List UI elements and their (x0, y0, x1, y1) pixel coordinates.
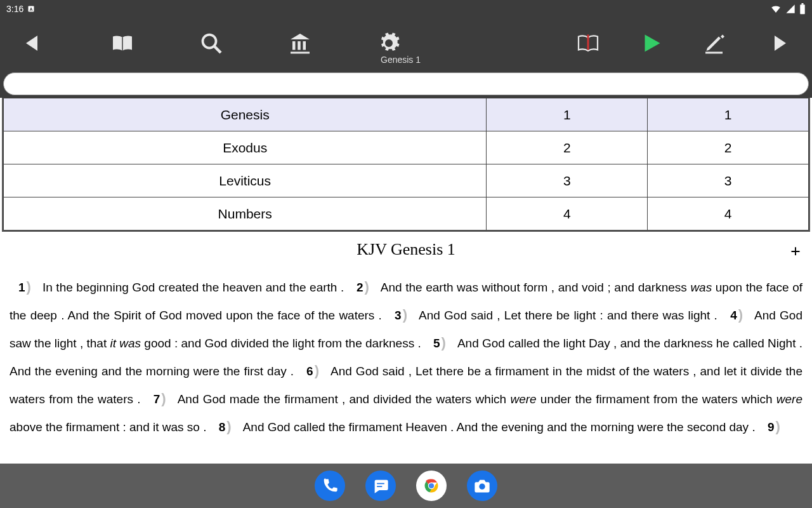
verse-number[interactable]: 8 (219, 420, 226, 434)
wifi-icon (770, 3, 782, 15)
play-icon[interactable] (629, 28, 674, 58)
forward-button[interactable] (756, 28, 801, 58)
verse-number[interactable]: 9 (768, 420, 775, 434)
picker-book[interactable]: Leviticus (4, 164, 487, 197)
svg-point-5 (203, 35, 216, 48)
verse-number[interactable]: 3 (395, 309, 402, 322)
verse-text: And God made the firmament , and divided… (178, 392, 511, 406)
bookmark-book-icon[interactable] (566, 28, 610, 58)
scripture-body: 1)In the beginning God created the heave… (0, 262, 812, 441)
picker-chapter[interactable]: 1 (487, 98, 648, 131)
svg-line-6 (214, 46, 221, 53)
verse-paren: ) (226, 418, 231, 434)
dock-messages-app[interactable] (365, 471, 396, 501)
dock-chrome-app[interactable] (416, 471, 447, 501)
verse-paren: ) (364, 279, 369, 295)
verse-text: In the beginning God created the heaven … (43, 281, 348, 294)
verse-text: under the firmament from the waters whic… (537, 392, 776, 406)
verse-number[interactable]: 5 (433, 337, 440, 350)
app-indicator-icon: A (27, 5, 35, 13)
picker-verse[interactable]: 1 (648, 98, 809, 131)
picker-book[interactable]: Numbers (4, 197, 487, 231)
svg-rect-3 (802, 3, 804, 4)
settings-icon[interactable] (367, 28, 411, 58)
verse-text: And God called the firmament Heaven . An… (243, 420, 759, 434)
signal-icon (785, 4, 796, 14)
verse-paren: ) (442, 335, 446, 351)
edit-icon[interactable] (693, 28, 737, 58)
toolbar: Genesis 1 (0, 18, 812, 69)
picker-chapter[interactable]: 2 (487, 131, 648, 164)
verse-text: above the firmament : and it was so . (10, 420, 210, 434)
battery-icon (799, 3, 806, 15)
picker-chapter[interactable]: 4 (487, 197, 648, 231)
verse-paren: ) (161, 391, 166, 406)
picker-verse[interactable]: 4 (648, 197, 809, 231)
verse-text: good : and God divided the light from th… (141, 337, 424, 350)
verse-text-italic: was (690, 281, 712, 294)
picker-verse[interactable]: 3 (648, 164, 809, 197)
add-button[interactable]: + (790, 241, 801, 262)
svg-rect-7 (587, 35, 589, 50)
verse-number[interactable]: 4 (730, 309, 737, 322)
verse-number[interactable]: 6 (306, 364, 313, 378)
content-title: KJV Genesis 1 (357, 240, 455, 258)
verse-text: And the earth was without form , and voi… (381, 281, 691, 294)
toolbar-subtitle: Genesis 1 (381, 55, 421, 65)
svg-point-14 (479, 484, 485, 490)
verse-number[interactable]: 2 (357, 281, 363, 294)
svg-text:A: A (30, 7, 33, 11)
picker-chapter[interactable]: 3 (487, 164, 648, 197)
verse-paren: ) (776, 418, 780, 434)
verse-text-italic: it was (110, 337, 141, 350)
status-time: 3:16 (6, 4, 23, 14)
verse-paren: ) (315, 363, 319, 378)
search-input[interactable] (3, 72, 809, 95)
verse-number[interactable]: 7 (154, 392, 160, 406)
library-icon[interactable] (278, 28, 322, 58)
content-title-bar: KJV Genesis 1 + (0, 234, 812, 262)
verse-text: And God said , Let there be light : and … (419, 309, 721, 322)
picker-book[interactable]: Genesis (4, 98, 487, 131)
book-open-icon[interactable] (100, 28, 145, 58)
status-bar: 3:16 A (0, 0, 812, 18)
picker-book[interactable]: Exodus (4, 131, 487, 164)
verse-text-italic: were (776, 392, 802, 406)
book-chapter-verse-picker: Genesis11Exodus22Leviticus33Numbers44 (2, 98, 810, 232)
picker-verse[interactable]: 2 (648, 131, 809, 164)
verse-paren: ) (27, 279, 31, 295)
verse-text-italic: were (510, 392, 536, 406)
verse-paren: ) (403, 307, 407, 323)
verse-paren: ) (738, 307, 743, 323)
dock-phone-app[interactable] (315, 471, 345, 501)
dock (0, 464, 812, 508)
search-icon[interactable] (189, 28, 233, 58)
search-wrap (0, 69, 812, 98)
svg-rect-2 (800, 4, 805, 14)
verse-number[interactable]: 1 (18, 281, 25, 294)
back-button[interactable] (11, 28, 56, 58)
dock-camera-app[interactable] (467, 471, 497, 501)
